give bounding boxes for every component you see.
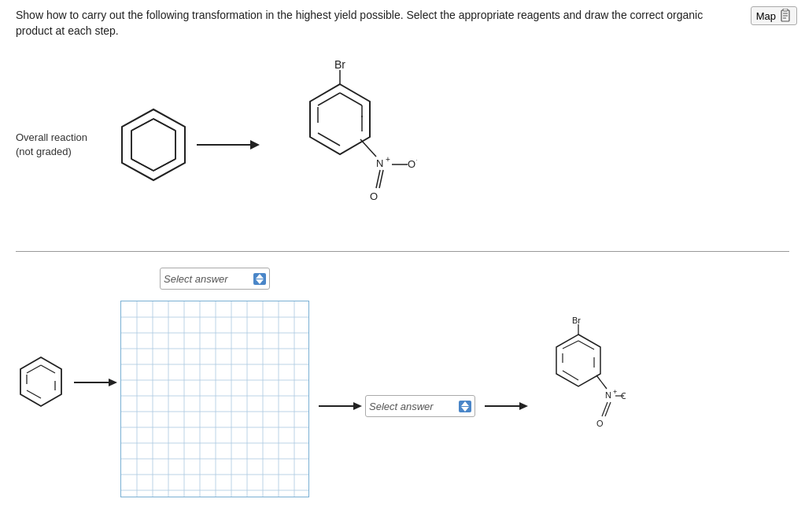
- benzene-step-start: [16, 351, 67, 414]
- benzene-reactant: [110, 98, 197, 192]
- svg-line-9: [153, 159, 175, 171]
- map-label: Map: [756, 10, 776, 22]
- svg-marker-69: [461, 407, 469, 412]
- svg-text:N: N: [376, 157, 383, 169]
- svg-line-10: [131, 159, 153, 171]
- svg-line-12: [131, 119, 153, 131]
- product-reactant: Br N + O − O: [260, 54, 417, 235]
- svg-line-24: [360, 139, 376, 157]
- svg-text:O: O: [408, 158, 415, 170]
- svg-text:N: N: [605, 390, 611, 400]
- reaction-label: Overall reaction (not graded): [16, 131, 110, 159]
- svg-line-34: [41, 365, 55, 373]
- step1-drawing-grid[interactable]: [120, 301, 309, 497]
- svg-line-80: [596, 375, 607, 389]
- step1-group: Select answer: [120, 268, 309, 497]
- grid-svg: [121, 301, 308, 497]
- svg-text:Br: Br: [572, 316, 581, 325]
- svg-text:O: O: [370, 190, 378, 202]
- clipboard-icon: [779, 9, 792, 23]
- step1-select-label: Select answer: [164, 273, 250, 285]
- svg-marker-71: [519, 402, 528, 410]
- step2-select-arrows: [459, 401, 471, 412]
- svg-marker-17: [310, 84, 370, 154]
- svg-text:O: O: [621, 391, 626, 401]
- svg-marker-41: [256, 274, 264, 279]
- step3-arrow: [485, 397, 528, 416]
- svg-text:+: +: [386, 155, 390, 164]
- step1-select-arrows: [253, 273, 266, 285]
- overall-reaction-area: Overall reaction (not graded) Br: [0, 46, 805, 243]
- svg-marker-42: [256, 279, 264, 284]
- step2-select-label: Select answer: [369, 401, 456, 412]
- instruction-text: Show how to carry out the following tran…: [16, 8, 724, 39]
- map-button[interactable]: Map: [751, 6, 797, 25]
- svg-marker-40: [109, 379, 117, 386]
- svg-text:+: +: [613, 388, 617, 396]
- bottom-section: Select answer: [0, 260, 805, 505]
- svg-text:−: −: [416, 156, 417, 164]
- step2-group: Select answer: [365, 395, 475, 417]
- step2-select[interactable]: Select answer: [365, 395, 475, 417]
- svg-line-87: [605, 402, 611, 416]
- svg-line-86: [602, 402, 607, 416]
- step1-arrow: [74, 373, 117, 393]
- reaction-arrow: [197, 133, 260, 157]
- svg-text:Br: Br: [334, 58, 345, 71]
- svg-marker-14: [250, 140, 260, 150]
- step2-arrow: [319, 397, 362, 416]
- svg-text:O: O: [596, 419, 604, 428]
- section-divider: [16, 251, 789, 252]
- svg-line-36: [27, 390, 41, 398]
- svg-line-38: [27, 365, 41, 373]
- product-step-end: Br N + O − O: [531, 314, 626, 452]
- top-section: Show how to carry out the following tran…: [0, 0, 805, 46]
- svg-rect-1: [783, 9, 788, 11]
- svg-line-7: [153, 119, 175, 131]
- svg-marker-68: [461, 401, 469, 406]
- step1-select[interactable]: Select answer: [160, 268, 270, 290]
- svg-marker-67: [353, 402, 362, 410]
